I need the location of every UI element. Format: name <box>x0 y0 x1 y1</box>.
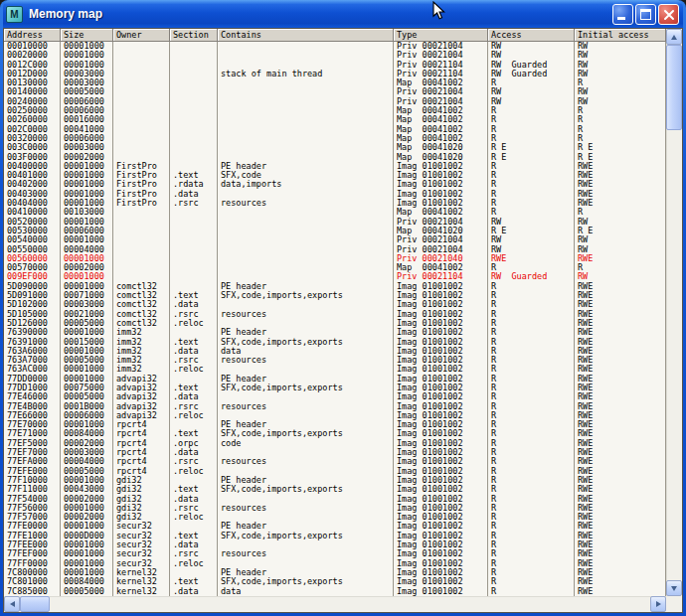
cell-contains <box>218 254 394 263</box>
table-row[interactable]: 77EF700000003000rpcrt4.dataImag 01001002… <box>4 448 666 457</box>
column-header-type[interactable]: Type <box>394 29 488 42</box>
table-row[interactable]: 77F5600000001000gdi32.rsrcresourcesImag … <box>4 504 666 513</box>
cell-section <box>170 263 218 272</box>
table-row[interactable]: 7639000000001000imm32PE headerImag 01001… <box>4 328 666 337</box>
scroll-up-button[interactable] <box>666 29 682 45</box>
cell-owner: gdi32 <box>113 513 170 522</box>
cell-owner <box>113 106 170 115</box>
cell-size: 00002000 <box>61 513 113 522</box>
table-row[interactable]: 0057000000002000Map 00041002RR <box>4 263 666 272</box>
table-row[interactable]: 003C000000003000Map 00041020R ER E <box>4 143 666 152</box>
cell-contains <box>218 87 394 96</box>
table-row[interactable]: 77E6600000006000advapi32.relocImag 01001… <box>4 411 666 420</box>
table-row[interactable]: 0025000000006000Map 00041002RR <box>4 106 666 115</box>
table-row[interactable]: 0001000000001000Priv 00021004RWRW <box>4 42 666 51</box>
cell-initial: R <box>575 125 666 134</box>
vertical-scroll-thumb[interactable] <box>666 45 682 130</box>
table-row[interactable]: 5D09100000071000comctl32.textSFX,code,im… <box>4 291 666 300</box>
table-row[interactable]: 77F5700000002000gdi32.relocImag 01001002… <box>4 513 666 522</box>
column-header-initial-access[interactable]: Initial access <box>575 29 666 42</box>
table-row[interactable]: 0002000000001000Priv 00021004RWRW <box>4 51 666 60</box>
cell-initial: RW <box>575 218 666 227</box>
cell-type: Map 00041002 <box>394 263 488 272</box>
cell-owner: kernel32 <box>113 577 170 586</box>
table-row[interactable]: 77FEE00000001000secur32.dataImag 0100100… <box>4 540 666 549</box>
table-row[interactable]: 0012D00000003000stack of main threadPriv… <box>4 70 666 78</box>
table-row[interactable]: 0014000000005000Priv 00021004RWRW <box>4 87 666 96</box>
table-row[interactable]: 009EF00000001000Priv 00021104RW GuardedR… <box>4 272 666 281</box>
table-row[interactable]: 0054000000001000Priv 00021004RWRW <box>4 235 666 244</box>
minimize-button[interactable] <box>612 4 633 25</box>
table-row[interactable]: 7639100000015000imm32.textSFX,code,impor… <box>4 338 666 347</box>
table-row[interactable]: 003F000000002000Map 00041020R ER E <box>4 153 666 162</box>
table-row[interactable]: 77FE10000000D000secur32.textSFX,code,imp… <box>4 532 666 540</box>
table-row[interactable]: 0055000000004000Priv 00021004RWRW <box>4 245 666 254</box>
cell-type: Map 00041002 <box>394 125 488 134</box>
table-row[interactable]: 0013000000003000Map 00041002RR <box>4 78 666 87</box>
cell-size: 00041000 <box>61 125 113 134</box>
table-row[interactable]: 77DD000000001000advapi32PE headerImag 01… <box>4 375 666 384</box>
table-row[interactable]: 0024000000006000Priv 00021004RWRW <box>4 97 666 106</box>
maximize-button[interactable] <box>635 4 656 25</box>
table-row[interactable]: 0026000000016000Map 00041002RR <box>4 115 666 124</box>
table-row[interactable]: 0040000000001000FirstProPE headerImag 01… <box>4 162 666 171</box>
column-header-access[interactable]: Access <box>488 29 575 42</box>
table-row[interactable]: 0012C00000001000Priv 00021104RW GuardedR… <box>4 61 666 70</box>
table-row[interactable]: 763A700000005000imm32.rsrcresourcesImag … <box>4 356 666 365</box>
table-row[interactable]: 77F1100000043000gdi32.textSFX,code,impor… <box>4 485 666 494</box>
table-row[interactable]: 7C88500000005000kernel32.datadataImag 01… <box>4 587 666 596</box>
table-row[interactable]: 77FE000000001000secur32PE headerImag 010… <box>4 522 666 531</box>
vertical-scrollbar[interactable] <box>666 29 682 596</box>
table-row[interactable]: 0040100000001000FirstPro.textSFX,codeIma… <box>4 171 666 180</box>
cell-address: 77F10000 <box>4 476 61 485</box>
table-row[interactable]: 77E4B0000001B000advapi32.rsrcresourcesIm… <box>4 402 666 411</box>
table-row[interactable]: 0053000000006000Map 00041020R ER E <box>4 227 666 235</box>
table-row[interactable]: 77EF500000002000rpcrt4.orpccodeImag 0100… <box>4 439 666 448</box>
table-row[interactable]: 0041000000103000Map 00041002RR <box>4 208 666 217</box>
horizontal-scrollbar[interactable] <box>4 596 666 612</box>
table-row[interactable]: 77E7100000084000rpcrt4.textSFX,code,impo… <box>4 429 666 438</box>
table-row[interactable]: 0040300000001000FirstPro.dataImag 010010… <box>4 190 666 199</box>
scroll-down-button[interactable] <box>666 580 682 596</box>
scroll-left-button[interactable] <box>4 596 20 612</box>
table-row[interactable]: 77F1000000001000gdi32PE headerImag 01001… <box>4 476 666 485</box>
column-header-contains[interactable]: Contains <box>218 29 394 42</box>
table-row[interactable]: 7C80000000001000kernel32PE headerImag 01… <box>4 568 666 577</box>
table-row[interactable]: 0052000000001000Priv 00021004RWRW <box>4 218 666 227</box>
table-row[interactable]: 002C000000041000Map 00041002RR <box>4 125 666 134</box>
table-row[interactable]: 0040200000001000FirstPro.rdatadata,impor… <box>4 180 666 189</box>
table-row[interactable]: 77E7000000001000rpcrt4PE headerImag 0100… <box>4 420 666 429</box>
cell-size: 00001000 <box>61 218 113 227</box>
table-row[interactable]: 77DD100000075000advapi32.textSFX,code,im… <box>4 384 666 392</box>
table-row[interactable]: 5D12600000005000comctl32.relocImag 01001… <box>4 319 666 328</box>
table-row[interactable]: 5D10200000003000comctl32.dataImag 010010… <box>4 300 666 309</box>
cell-access: R <box>488 485 575 494</box>
table-row[interactable]: 77FEF00000001000secur32.rsrcresourcesIma… <box>4 549 666 558</box>
column-header-address[interactable]: Address <box>4 29 61 42</box>
cell-access: R <box>488 356 575 365</box>
table-row[interactable]: 77EFA00000004000rpcrt4.rsrcresourcesImag… <box>4 457 666 466</box>
table-row[interactable]: 77E4600000005000advapi32.dataImag 010010… <box>4 392 666 401</box>
table-row[interactable]: 763A600000001000imm32.datadataImag 01001… <box>4 347 666 356</box>
cell-type: Imag 01001002 <box>394 476 488 485</box>
titlebar[interactable]: M Memory map <box>3 0 683 28</box>
table-row[interactable]: 77FF000000001000secur32.relocImag 010010… <box>4 559 666 568</box>
column-header-section[interactable]: Section <box>170 29 218 42</box>
table-row[interactable]: 77F5400000002000gdi32.dataImag 01001002R… <box>4 495 666 504</box>
cell-contains: code <box>218 439 394 448</box>
table-row[interactable]: 5D10500000021000comctl32.rsrcresourcesIm… <box>4 310 666 319</box>
cell-size: 00006000 <box>61 97 113 106</box>
table-row[interactable]: 763AC00000001000imm32.relocImag 01001002… <box>4 365 666 374</box>
table-row[interactable]: 0032000000006000Map 00041002RR <box>4 134 666 143</box>
table-row[interactable]: 7C80100000084000kernel32.textSFX,code,im… <box>4 577 666 586</box>
scroll-right-button[interactable] <box>650 596 666 612</box>
table-row[interactable]: 0056000000001000Priv 00021040RWERWE <box>4 254 666 263</box>
cell-initial: RWE <box>575 282 666 291</box>
table-row[interactable]: 5D09000000001000comctl32PE headerImag 01… <box>4 282 666 291</box>
table-row[interactable]: 77EFE00000005000rpcrt4.relocImag 0100100… <box>4 467 666 476</box>
close-button[interactable] <box>658 4 679 25</box>
horizontal-scroll-thumb[interactable] <box>20 596 50 612</box>
column-header-size[interactable]: Size <box>61 29 113 42</box>
table-row[interactable]: 0040400000001000FirstPro.rsrcresourcesIm… <box>4 199 666 208</box>
column-header-owner[interactable]: Owner <box>113 29 170 42</box>
